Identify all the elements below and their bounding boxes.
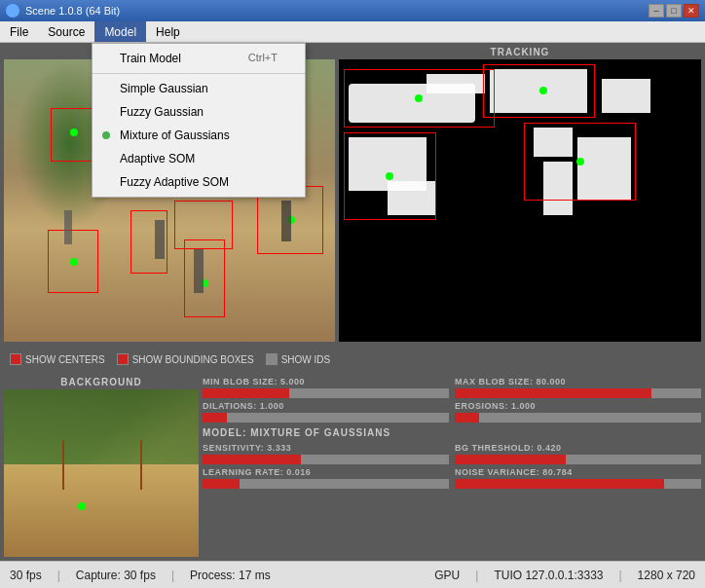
minimize-button[interactable]: –: [649, 4, 664, 18]
status-bar: 30 fps | Capture: 30 fps | Process: 17 m…: [0, 561, 705, 588]
close-button[interactable]: ✕: [684, 4, 699, 18]
selected-indicator: [102, 131, 110, 139]
dropdown-fuzzy-adaptive-som[interactable]: Fuzzy Adaptive SOM: [93, 170, 305, 194]
show-bounding-text: SHOW BOUNDING BOXES: [132, 354, 254, 365]
capture-display: Capture: 30 fps: [76, 569, 156, 582]
sensitivity-label: SENSITIVITY: 3.333: [203, 443, 449, 453]
menu-help[interactable]: Help: [146, 21, 190, 42]
dropdown-simple-gaussian[interactable]: Simple Gaussian: [93, 77, 305, 100]
track-dot-4: [386, 172, 393, 180]
train-model-shortcut: Ctrl+T: [248, 52, 278, 65]
max-blob-bar-bg: [455, 388, 701, 398]
track-dot-1: [415, 94, 423, 102]
train-model-label: Train Model: [120, 52, 181, 65]
blob-size-row: MIN BLOB SIZE: 5.000 MAX BLOB SIZE: 80.0…: [203, 377, 701, 398]
learning-rate-bar-bg: [203, 479, 449, 489]
resolution-display: 1280 x 720: [638, 569, 695, 582]
background-panel: BACKGROUND: [4, 377, 199, 557]
background-label: BACKGROUND: [4, 377, 199, 387]
gpu-display: GPU: [434, 569, 460, 582]
dilations-label: DILATIONS: 1.000: [203, 401, 449, 411]
model-label: MODEL: MIXTURE OF GAUSSIANS: [203, 427, 701, 438]
dilations-bar-bg: [203, 413, 449, 423]
bg-threshold-label: BG THRESHOLD: 0.420: [455, 443, 701, 453]
menu-source[interactable]: Source: [38, 21, 94, 42]
sensitivity-bar-bg: [203, 455, 449, 464]
bg-dot-1: [78, 502, 86, 510]
sensitivity-bar-fill: [203, 455, 301, 464]
ped-2: [155, 220, 165, 259]
blob-4: [602, 79, 650, 113]
app-icon: [6, 4, 19, 18]
learning-noise-row: LEARNING RATE: 0.016 NOISE VARIANCE: 80.…: [203, 467, 701, 489]
erosions-label: EROSIONS: 1.000: [455, 401, 701, 411]
menu-bar: File Source Model Help: [0, 21, 705, 43]
dilations-block: DILATIONS: 1.000: [203, 401, 449, 423]
dropdown-separator-1: [93, 73, 305, 74]
noise-variance-block: NOISE VARIANCE: 80.784: [455, 467, 701, 489]
bg-threshold-bar-fill: [455, 455, 566, 464]
bg-threshold-bar-bg: [455, 455, 701, 464]
controls-row: SHOW CENTERS SHOW BOUNDING BOXES SHOW ID…: [4, 346, 701, 373]
ped-3: [194, 249, 204, 293]
bg-threshold-block: BG THRESHOLD: 0.420: [455, 443, 701, 464]
min-blob-bar-bg: [203, 388, 449, 398]
dropdown-adaptive-som[interactable]: Adaptive SOM: [93, 147, 305, 170]
dropdown-mixture-gaussians[interactable]: Mixture of Gaussians: [93, 124, 305, 147]
show-bounding-checkbox[interactable]: [117, 353, 129, 365]
sensitivity-row: SENSITIVITY: 3.333 BG THRESHOLD: 0.420: [203, 443, 701, 464]
bbox-6: [184, 239, 225, 317]
dot-5: [70, 258, 78, 266]
track-dot-2: [539, 87, 547, 94]
min-blob-bar-fill: [203, 388, 289, 398]
noise-variance-bar-bg: [455, 479, 701, 489]
max-blob-block: MAX BLOB SIZE: 80.000: [455, 377, 701, 398]
learning-rate-block: LEARNING RATE: 0.016: [203, 467, 449, 489]
min-blob-block: MIN BLOB SIZE: 5.000: [203, 377, 449, 398]
learning-rate-bar-fill: [203, 479, 240, 489]
background-video: [4, 389, 199, 557]
stats-panel: MIN BLOB SIZE: 5.000 MAX BLOB SIZE: 80.0…: [203, 377, 701, 557]
dilations-bar-fill: [203, 413, 227, 423]
tuio-display: TUIO 127.0.0.1:3333: [494, 569, 603, 582]
sensitivity-block: SENSITIVITY: 3.333: [203, 443, 449, 464]
dilation-erosion-row: DILATIONS: 1.000 EROSIONS: 1.000: [203, 401, 701, 423]
learning-rate-label: LEARNING RATE: 0.016: [203, 467, 449, 477]
menu-model[interactable]: Model: [94, 21, 146, 42]
show-ids-text: SHOW IDS: [281, 354, 331, 365]
min-blob-label: MIN BLOB SIZE: 5.000: [203, 377, 449, 386]
window-buttons: – □ ✕: [649, 4, 699, 18]
dropdown-fuzzy-gaussian[interactable]: Fuzzy Gaussian: [93, 100, 305, 124]
show-centers-checkbox[interactable]: [10, 353, 21, 365]
noise-variance-bar-fill: [455, 479, 664, 489]
erosions-bar-bg: [455, 413, 701, 423]
fps-display: 30 fps: [10, 569, 42, 582]
dot-1: [70, 129, 78, 136]
bottom-panels: BACKGROUND MIN BLOB SIZE: 5.000: [4, 377, 701, 557]
tree-area: [4, 389, 199, 473]
maximize-button[interactable]: □: [666, 4, 682, 18]
model-dropdown: Train Model Ctrl+T Simple Gaussian Fuzzy…: [92, 43, 306, 198]
tracking-label: TRACKING: [339, 47, 701, 57]
show-ids-label[interactable]: SHOW IDS: [266, 353, 331, 365]
menu-file[interactable]: File: [0, 21, 38, 42]
show-centers-label[interactable]: SHOW CENTERS: [10, 353, 105, 365]
tracking-video: [339, 59, 701, 342]
show-centers-text: SHOW CENTERS: [25, 354, 105, 365]
ped-1: [64, 210, 72, 244]
noise-variance-label: NOISE VARIANCE: 80.784: [455, 467, 701, 477]
show-ids-checkbox[interactable]: [266, 353, 278, 365]
dropdown-train-model[interactable]: Train Model Ctrl+T: [93, 47, 305, 70]
erosions-bar-fill: [455, 413, 479, 423]
pole-2: [140, 440, 142, 491]
erosions-block: EROSIONS: 1.000: [455, 401, 701, 423]
show-bounding-boxes-label[interactable]: SHOW BOUNDING BOXES: [117, 353, 254, 365]
app-title: Scene 1.0.8 (64 Bit): [25, 5, 649, 17]
tracking-panel: TRACKING: [339, 47, 701, 342]
max-blob-label: MAX BLOB SIZE: 80.000: [455, 377, 701, 386]
max-blob-bar-fill: [455, 388, 651, 398]
title-bar: Scene 1.0.8 (64 Bit) – □ ✕: [0, 0, 705, 21]
ped-4: [281, 201, 291, 241]
pole-1: [62, 440, 64, 491]
process-display: Process: 17 ms: [190, 569, 271, 582]
